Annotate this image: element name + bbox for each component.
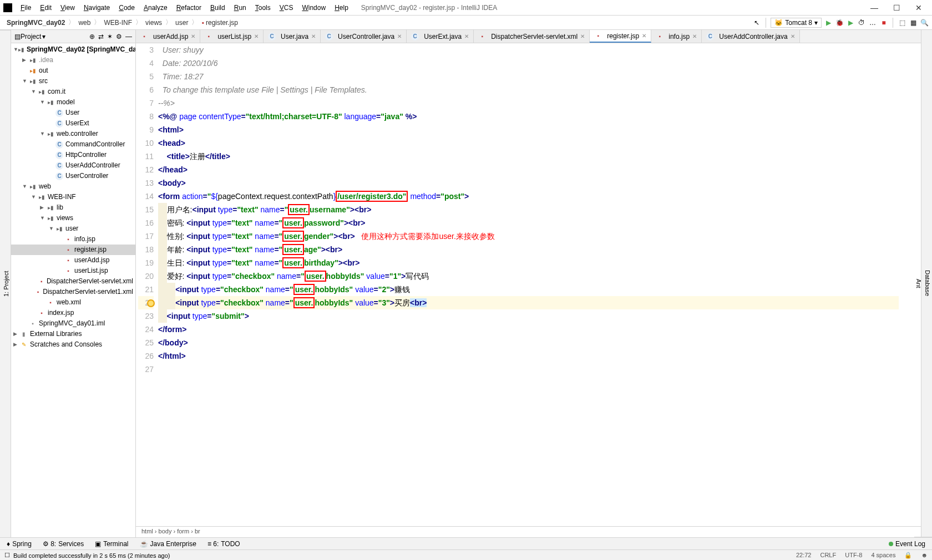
coverage-button[interactable]: ▶ (846, 18, 855, 27)
tree-item[interactable]: ▪userAdd.jsp (11, 255, 135, 266)
show-tools-icon[interactable]: ☐ (4, 552, 10, 559)
nav-crumb[interactable]: WEB-INF (100, 18, 135, 28)
tree-item[interactable]: ▪userList.jsp (11, 266, 135, 276)
editor-tab[interactable]: CUser.java✕ (264, 30, 321, 43)
tree-item[interactable]: ▼▸▮web (11, 181, 135, 192)
expand-icon[interactable]: ⇄ (98, 33, 104, 40)
tree-item[interactable]: ▼▸▮user (11, 223, 135, 234)
code-breadcrumb[interactable]: html › body › form › br (136, 526, 921, 537)
tree-item[interactable]: ▸▮out (11, 65, 135, 76)
intention-bulb-icon[interactable] (147, 296, 155, 309)
tree-item[interactable]: ▪web.xml (11, 297, 135, 308)
menu-edit[interactable]: Edit (36, 2, 55, 13)
menu-navigate[interactable]: Navigate (80, 2, 114, 13)
bottom-tool-tab[interactable]: ☕Java Enterprise (136, 540, 200, 548)
editor-tab[interactable]: ▪DispatcherServlet-servlet.xml✕ (474, 30, 590, 43)
tree-item[interactable]: ▼▸▮com.it (11, 86, 135, 97)
debug-button[interactable]: 🐞 (835, 18, 844, 27)
editor-tab[interactable]: ▪userAdd.jsp✕ (136, 30, 200, 43)
tree-item[interactable]: CUser (11, 108, 135, 118)
tree-item[interactable]: ▼▸▮WEB-INF (11, 192, 135, 202)
maximize-button[interactable]: ☐ (889, 3, 904, 12)
close-icon[interactable]: ✕ (311, 33, 316, 39)
editor-tab[interactable]: ▪info.jsp✕ (651, 30, 702, 43)
stop-button[interactable]: ■ (879, 18, 888, 27)
tree-item[interactable]: ▼▸▮web.controller (11, 129, 135, 139)
tree-item[interactable]: ▪register.jsp (11, 245, 135, 255)
tree-item[interactable]: ▪DispatcherServlet-servlet1.xml (11, 287, 135, 297)
lock-icon[interactable]: 🔒 (904, 552, 912, 559)
tree-item[interactable]: ▪index.jsp (11, 308, 135, 318)
tree-item[interactable]: ▶▮External Libraries (11, 329, 135, 339)
editor-tab[interactable]: ▪register.jsp✕ (590, 30, 651, 43)
close-icon[interactable]: ✕ (692, 33, 697, 39)
structure-button[interactable]: ▦ (909, 18, 918, 27)
menu-help[interactable]: Help (331, 2, 352, 13)
nav-crumb[interactable]: ▪ register.jsp (198, 18, 241, 28)
code-lines[interactable]: User: shuyy Date: 2020/10/6 Time: 18:27 … (158, 43, 921, 526)
tree-item[interactable]: CHttpController (11, 150, 135, 160)
hide-icon[interactable]: — (125, 33, 132, 40)
menu-vcs[interactable]: VCS (276, 2, 297, 13)
caret-position[interactable]: 22:72 (796, 552, 812, 559)
menu-analyze[interactable]: Analyze (140, 2, 171, 13)
nav-crumb[interactable]: SpringMVC_day02 (3, 18, 68, 28)
update-button[interactable]: ⬚ (898, 18, 906, 27)
editor-tab[interactable]: ▪userList.jsp✕ (200, 30, 264, 43)
tree-item[interactable]: CUserController (11, 171, 135, 181)
close-icon[interactable]: ✕ (254, 33, 259, 39)
tree-item[interactable]: ▼▸▮SpringMVC_day02 [SpringMVC_day01] (11, 44, 135, 55)
bottom-tool-tab[interactable]: ♦Spring (3, 540, 35, 548)
tree-item[interactable]: CUserAddController (11, 160, 135, 171)
bottom-tool-tab[interactable]: ⚙ 8:Services (39, 540, 87, 548)
profile-button[interactable]: ⏱ (857, 18, 866, 27)
tree-item[interactable]: ▶✎Scratches and Consoles (11, 339, 135, 350)
menu-build[interactable]: Build (206, 2, 229, 13)
tree-item[interactable]: ▼▸▮src (11, 76, 135, 86)
menu-tools[interactable]: Tools (251, 2, 275, 13)
bottom-tool-tab[interactable]: ▣Terminal (92, 540, 131, 548)
menu-refactor[interactable]: Refactor (173, 2, 205, 13)
close-icon[interactable]: ✕ (580, 33, 585, 39)
close-button[interactable]: ✕ (911, 3, 926, 12)
nav-crumb[interactable]: user (172, 18, 191, 28)
file-encoding[interactable]: UTF-8 (845, 552, 862, 559)
tool-tab[interactable]: Database (923, 30, 932, 537)
menu-window[interactable]: Window (298, 2, 330, 13)
tool-tab[interactable]: 1: Project (2, 30, 11, 537)
settings-icon[interactable]: ⚙ (116, 33, 122, 40)
collapse-icon[interactable]: ✶ (107, 33, 113, 40)
tree-item[interactable]: ▪SpringMVC_day01.iml (11, 318, 135, 329)
select-opened-icon[interactable]: ⊕ (89, 33, 95, 40)
editor-tab[interactable]: CUserExt.java✕ (407, 30, 474, 43)
tool-tab[interactable]: 2: Structure (0, 30, 2, 537)
run-config-selector[interactable]: 🐱 Tomcat 8 ▾ (771, 18, 822, 28)
tree-item[interactable]: CCommandController (11, 139, 135, 150)
menu-run[interactable]: Run (230, 2, 250, 13)
project-tree[interactable]: ▼▸▮SpringMVC_day02 [SpringMVC_day01]▶▸▮.… (11, 43, 135, 537)
tree-item[interactable]: ▶▸▮.idea (11, 55, 135, 65)
minimize-button[interactable]: — (867, 3, 882, 12)
indent-setting[interactable]: 4 spaces (871, 552, 895, 559)
close-icon[interactable]: ✕ (642, 33, 646, 39)
tree-item[interactable]: ▪DispatcherServlet-servlet.xml (11, 276, 135, 287)
attach-button[interactable]: … (868, 18, 877, 27)
editor-tab[interactable]: CUserController.java✕ (321, 30, 407, 43)
tree-item[interactable]: ▶▸▮lib (11, 202, 135, 213)
menu-view[interactable]: View (57, 2, 79, 13)
tree-item[interactable]: CUserExt (11, 118, 135, 129)
code-editor[interactable]: 3456789101112131415161718192021222324252… (136, 43, 921, 526)
bottom-tool-tab[interactable]: ≡ 6:TODO (204, 540, 244, 548)
line-separator[interactable]: CRLF (820, 552, 836, 559)
close-icon[interactable]: ✕ (397, 33, 402, 39)
event-log-tab[interactable]: Event Log (885, 540, 929, 548)
tree-item[interactable]: ▼▸▮views (11, 213, 135, 223)
back-icon[interactable]: ↖ (752, 18, 761, 27)
nav-crumb[interactable]: web (75, 18, 94, 28)
run-button[interactable]: ▶ (824, 18, 833, 27)
menu-file[interactable]: File (17, 2, 35, 13)
hector-icon[interactable]: ☻ (921, 552, 928, 559)
nav-crumb[interactable]: views (142, 18, 165, 28)
close-icon[interactable]: ✕ (791, 33, 795, 39)
editor-tab[interactable]: CUserAddController.java✕ (702, 30, 799, 43)
